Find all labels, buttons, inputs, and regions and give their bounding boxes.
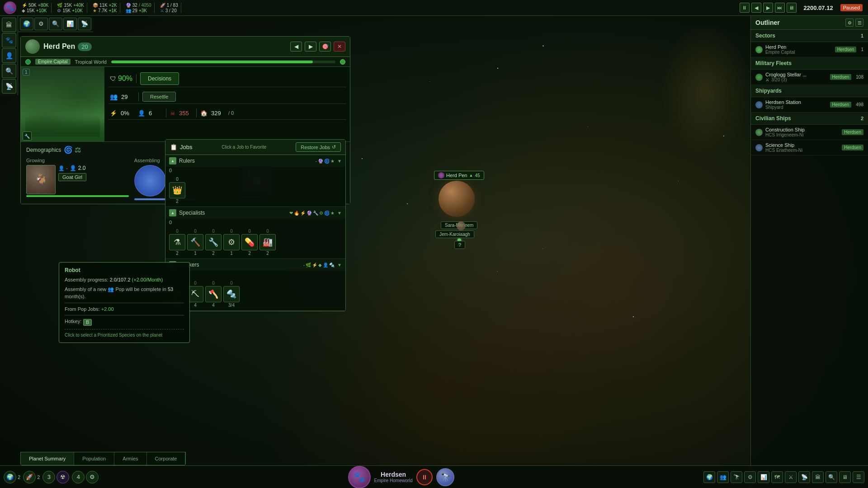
- specialists-empty: 0: [169, 220, 172, 225]
- tab-corporate[interactable]: Corporate: [147, 452, 186, 465]
- worker-icon-3[interactable]: 🪓: [205, 286, 222, 302]
- notification-1[interactable]: 🌍: [4, 471, 16, 483]
- empire-emblem-top[interactable]: 🐾: [4, 1, 16, 14]
- outliner-section-sectors[interactable]: Sectors 1: [751, 30, 868, 42]
- outliner-panel: Outliner ⚙ ☰ Sectors 1 Herd Pen Empire C…: [750, 16, 868, 488]
- prev-planet-btn[interactable]: ◀: [290, 42, 302, 52]
- outliner-section-military[interactable]: Military Fleets: [751, 57, 868, 70]
- mini-btn-3[interactable]: 🔍: [49, 18, 62, 30]
- planet-header: Herd Pen 20 ◀ ▶ 🎯 ✕: [21, 37, 350, 57]
- character-jem[interactable]: Jem-Karoiaagh: [435, 230, 474, 238]
- toolbar-search[interactable]: 🔍: [2, 64, 16, 78]
- pops-value: 29: [121, 94, 135, 100]
- faster-button[interactable]: ▶: [763, 3, 773, 13]
- ruler-job-icon[interactable]: 👑: [169, 182, 185, 198]
- specialists-name: Specialists: [179, 210, 287, 216]
- science-ship-name: Science Ship: [765, 142, 839, 148]
- br-icon-3[interactable]: 🔭: [731, 471, 742, 483]
- br-icon-10[interactable]: 🔍: [826, 471, 837, 483]
- outliner-section-civilian[interactable]: Civilian Ships 2: [751, 113, 868, 125]
- mini-btn-4[interactable]: 📊: [63, 18, 77, 30]
- br-icon-5[interactable]: 📊: [758, 471, 769, 483]
- empire-emblem-bottom[interactable]: 🐾: [348, 466, 371, 488]
- specialist-icon-4[interactable]: ⚙: [223, 234, 240, 250]
- close-planet-btn[interactable]: ✕: [334, 42, 345, 52]
- outliner-section-shipyards[interactable]: Shipyards: [751, 85, 868, 97]
- workers-collapse[interactable]: ▼: [337, 263, 342, 267]
- outliner-item-fleet[interactable]: Croglogg Stellar ... ⚔ 3/20 (3) Herdsen …: [751, 70, 868, 85]
- specialists-collapse[interactable]: ▼: [337, 211, 342, 216]
- outliner-filter-btn[interactable]: ☰: [855, 19, 863, 27]
- pop-level-badge: 1: [23, 69, 30, 75]
- bottom-right-icons: 🌍 👥 🔭 ⚙ 📊 🗺 ⚔ 📡 🏛 🔍 🖥 ☰: [700, 471, 868, 483]
- mini-btn-1[interactable]: 🌍: [20, 18, 33, 30]
- misc-1[interactable]: 4: [72, 471, 85, 483]
- toolbar-leaders[interactable]: 👤: [2, 48, 16, 63]
- toolbar-government[interactable]: 🏛: [2, 18, 16, 32]
- br-icon-11[interactable]: 🖥: [839, 471, 851, 483]
- decisions-button[interactable]: Decisions: [140, 72, 179, 85]
- influence-value: 32: [132, 3, 137, 8]
- workers-slots: 0 🌾 6/11 0 ⛏ 4 0 🪓 4 0 🔩 3/4: [165, 278, 345, 310]
- alert-1[interactable]: 3: [42, 471, 55, 483]
- queue-group: 🚀 2: [23, 471, 40, 483]
- speed-controls[interactable]: ⏸ ◀ ▶ ⏭ 🖥: [740, 3, 797, 13]
- tooltip-link[interactable]: Click to select a Prioritized Species on…: [65, 333, 162, 338]
- map-planet-herd-pen[interactable]: Herd Pen ▲ 45: [439, 181, 475, 217]
- tab-armies[interactable]: Armies: [114, 452, 146, 465]
- unknown-marker[interactable]: ?: [454, 241, 465, 249]
- worker-icon-4[interactable]: 🔩: [223, 286, 240, 302]
- specialist-icon-5[interactable]: 💊: [241, 234, 258, 250]
- tab-population[interactable]: Population: [74, 452, 114, 465]
- sectors-label: Sectors: [755, 33, 775, 39]
- br-icon-1[interactable]: 🌍: [703, 471, 715, 483]
- br-icon-9[interactable]: 🏛: [812, 471, 824, 483]
- specialists-header[interactable]: ▲ Specialists ❤🔥⚡ 🔮🔧⚙ 🌀★ ▼: [165, 207, 345, 219]
- fullscreen-button[interactable]: 🖥: [787, 3, 797, 13]
- tab-planet-summary[interactable]: Planet Summary: [21, 452, 74, 465]
- br-icon-7[interactable]: ⚔: [785, 471, 797, 483]
- specialist-slot-2: 0 🔨 1: [187, 229, 203, 256]
- restore-jobs-button[interactable]: Restore Jobs ↺: [296, 142, 341, 152]
- specialist-icon-1[interactable]: ⚗: [169, 234, 185, 250]
- rulers-header[interactable]: ▲ Rulers - 🔮 🌀 ★ ▼: [165, 155, 345, 167]
- slower-button[interactable]: ◀: [751, 3, 761, 13]
- outliner-item-station[interactable]: Herdsen Station Shipyard Herdsen 498: [751, 97, 868, 113]
- food-income: +40K: [73, 3, 84, 8]
- br-icon-6[interactable]: 🗺: [771, 471, 783, 483]
- pop-count: 29: [132, 8, 137, 13]
- center-pause-btn[interactable]: ⏸: [416, 469, 433, 485]
- mini-btn-5[interactable]: 📡: [78, 18, 91, 30]
- outliner-settings-btn[interactable]: ⚙: [845, 19, 854, 27]
- stability-row: 🛡 90% Decisions: [108, 70, 346, 87]
- planet-sphere[interactable]: [439, 181, 475, 217]
- planet-bottom-icon[interactable]: 🔧: [23, 131, 32, 141]
- br-icon-4[interactable]: ⚙: [744, 471, 756, 483]
- game-date: 2200.07.12: [804, 5, 833, 11]
- outliner-title: Outliner: [755, 19, 780, 26]
- research-orb[interactable]: 🔭: [436, 468, 454, 486]
- specialist-icon-3[interactable]: 🔧: [205, 234, 222, 250]
- workers-header[interactable]: ▲ Workers -🌿⚡ ◆👤🔩 ▼: [165, 259, 345, 271]
- rulers-collapse[interactable]: ▼: [337, 159, 342, 164]
- outliner-item-herd-pen[interactable]: Herd Pen Empire Capital Herdsen 1: [751, 42, 868, 57]
- next-planet-btn[interactable]: ▶: [305, 42, 316, 52]
- outliner-item-science-ship[interactable]: Science Ship HCS Eriatheem-Ni Herdsen: [751, 140, 868, 155]
- br-icon-12[interactable]: ☰: [853, 471, 864, 483]
- toolbar-species[interactable]: 🐾: [2, 33, 16, 47]
- station-num: 498: [856, 102, 863, 107]
- toolbar-contacts[interactable]: 📡: [2, 79, 16, 94]
- fastest-button[interactable]: ⏭: [775, 3, 785, 13]
- queue-1[interactable]: 🚀: [23, 471, 36, 483]
- outliner-item-construction-ship[interactable]: Construction Ship HCS Irrigeneem-Ni Herd…: [751, 125, 868, 140]
- br-icon-2[interactable]: 👥: [717, 471, 729, 483]
- alert-2[interactable]: ☢: [57, 471, 69, 483]
- zoom-to-planet-btn[interactable]: 🎯: [319, 42, 331, 52]
- specialist-icon-2[interactable]: 🔨: [187, 234, 203, 250]
- resettle-button[interactable]: Resettle: [142, 92, 176, 102]
- specialist-icon-6[interactable]: 🏭: [259, 234, 276, 250]
- mini-btn-2[interactable]: ⚙: [34, 18, 48, 30]
- misc-2[interactable]: ⚙: [86, 471, 99, 483]
- br-icon-8[interactable]: 📡: [798, 471, 810, 483]
- pause-button[interactable]: ⏸: [740, 3, 750, 13]
